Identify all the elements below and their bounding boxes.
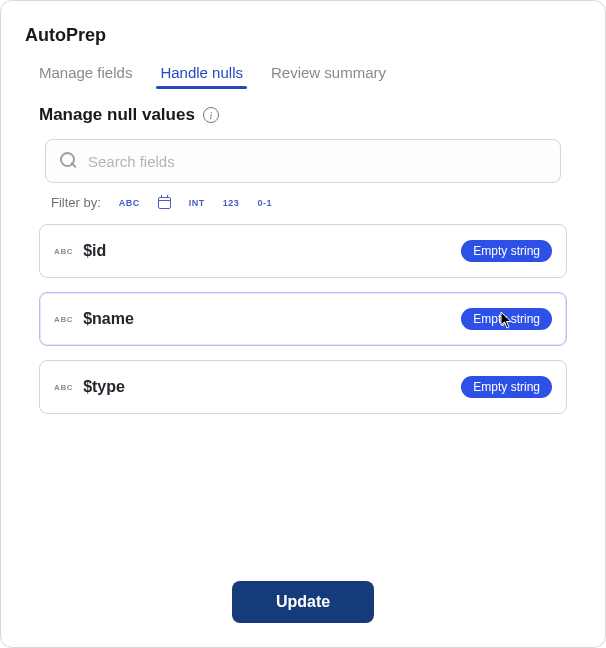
filter-chip-date[interactable] [158,197,171,209]
tab-handle-nulls[interactable]: Handle nulls [160,64,243,87]
filter-chip-123[interactable]: 123 [223,198,240,208]
filter-label: Filter by: [51,195,101,210]
null-action-pill[interactable]: Empty string [461,308,552,330]
footer: Update [21,557,585,623]
tabs: Manage fields Handle nulls Review summar… [21,64,585,87]
type-badge: ABC [54,247,73,256]
field-row-type[interactable]: ABC $type Empty string [39,360,567,414]
search-icon [60,152,78,170]
search-field-wrap[interactable] [45,139,561,183]
field-name: $id [83,242,451,260]
filter-chip-01[interactable]: 0-1 [257,198,272,208]
field-row-id[interactable]: ABC $id Empty string [39,224,567,278]
section-title: Manage null values [39,105,195,125]
field-name: $name [83,310,451,328]
section-header: Manage null values i [39,105,585,125]
app-frame: AutoPrep Manage fields Handle nulls Revi… [0,0,606,648]
fields-list: ABC $id Empty string ABC $name Empty str… [39,224,567,414]
search-input[interactable] [88,153,546,170]
tab-manage-fields[interactable]: Manage fields [39,64,132,87]
null-action-pill[interactable]: Empty string [461,376,552,398]
update-button[interactable]: Update [232,581,374,623]
type-badge: ABC [54,315,73,324]
field-name: $type [83,378,451,396]
filter-row: Filter by: ABC INT 123 0-1 [51,195,585,210]
filter-chip-int[interactable]: INT [189,198,205,208]
app-title: AutoPrep [25,25,585,46]
filter-chip-abc[interactable]: ABC [119,198,140,208]
info-icon[interactable]: i [203,107,219,123]
type-badge: ABC [54,383,73,392]
tab-review-summary[interactable]: Review summary [271,64,386,87]
null-action-pill[interactable]: Empty string [461,240,552,262]
field-row-name[interactable]: ABC $name Empty string [39,292,567,346]
